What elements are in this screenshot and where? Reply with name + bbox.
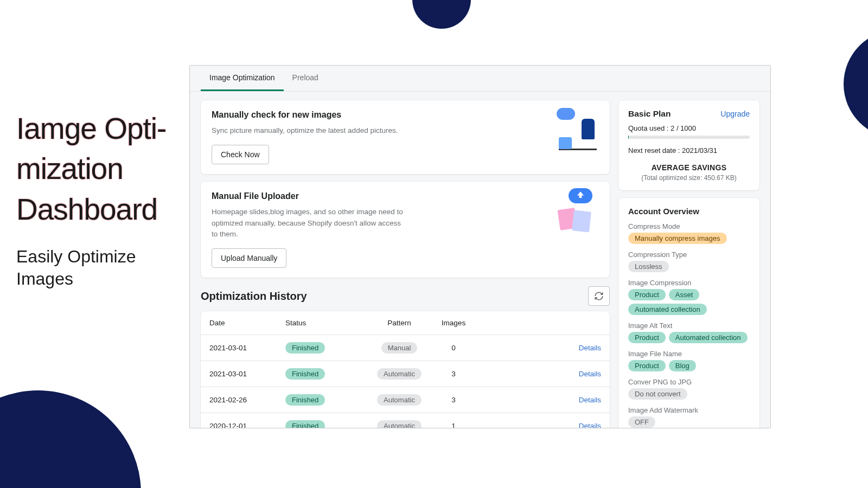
cell-images: 3 [437, 389, 470, 411]
tab-image-optimization[interactable]: Image Optimization [201, 66, 284, 91]
upload-illustration-icon [553, 189, 602, 233]
overview-tag: Do not convert [628, 388, 687, 400]
tab-preload[interactable]: Preload [284, 66, 327, 91]
details-link[interactable]: Details [579, 370, 601, 378]
decorative-circle [0, 390, 141, 488]
pattern-badge: Manual [381, 342, 418, 354]
cell-images: 1 [437, 415, 470, 428]
overview-row: Image File NameProductBlog [628, 350, 750, 371]
decorative-circle [844, 30, 868, 138]
plan-name: Basic Plan [628, 109, 671, 119]
overview-row: Compression TypeLossless [628, 251, 750, 272]
reset-date: Next reset date : 2021/03/31 [628, 146, 750, 155]
cell-date: 2021-03-01 [209, 337, 285, 359]
card-desc: Sync picture manually, optimize the late… [212, 125, 407, 136]
history-title: Optimization History [201, 290, 307, 303]
cell-pattern: Manual [361, 335, 437, 361]
col-date: Date [209, 311, 285, 335]
card-title: Manual File Uploader [212, 191, 599, 201]
hero-subtitle: Easily Optimize Images [16, 246, 184, 291]
hero-title: Iamge Opti­mization Dashboard [16, 108, 184, 229]
table-row: 2020-12-01FinishedAutomatic1Details [201, 413, 610, 428]
overview-tag: Product [628, 360, 666, 371]
overview-label: Compress Mode [628, 222, 750, 230]
details-link[interactable]: Details [579, 396, 601, 404]
sync-illustration-icon [553, 108, 602, 151]
overview-label: Image Add Watermark [628, 406, 750, 414]
upload-manually-button[interactable]: Upload Manually [212, 248, 286, 268]
card-desc: Homepage slides,blog images, and so othe… [212, 207, 407, 240]
col-images: Images [437, 311, 470, 335]
overview-tag: Blog [669, 360, 696, 371]
overview-tag: OFF [628, 416, 655, 428]
dashboard-window: Image Optimization Preload Manually chec… [189, 65, 771, 428]
history-table: Date Status Pattern Images 2021-03-01Fin… [201, 311, 610, 428]
overview-row: Image Alt TextProductAutomated collectio… [628, 322, 750, 343]
upgrade-link[interactable]: Upgrade [720, 110, 750, 118]
table-row: 2021-03-01FinishedAutomatic3Details [201, 361, 610, 387]
overview-label: Compression Type [628, 251, 750, 259]
pattern-badge: Automatic [377, 394, 422, 406]
cell-images: 0 [437, 337, 470, 359]
status-badge: Finished [285, 420, 325, 428]
account-overview-card: Account Overview Compress ModeManually c… [618, 198, 760, 428]
quota-bar [628, 136, 750, 139]
details-link[interactable]: Details [579, 422, 601, 428]
overview-row: Image Add WatermarkOFF [628, 406, 750, 428]
overview-tag: Automated collection [628, 304, 707, 315]
cell-status: Finished [285, 413, 361, 428]
check-images-card: Manually check for new images Sync pictu… [201, 100, 610, 174]
status-badge: Finished [285, 394, 325, 406]
cell-status: Finished [285, 335, 361, 361]
decorative-circle [412, 0, 471, 29]
check-now-button[interactable]: Check Now [212, 145, 269, 164]
plan-card: Basic Plan Upgrade Quota used : 2 / 1000… [618, 100, 760, 190]
avg-savings-sub: (Total optimized size: 450.67 KB) [628, 174, 750, 182]
overview-label: Image Alt Text [628, 322, 750, 330]
table-row: 2021-02-26FinishedAutomatic3Details [201, 387, 610, 413]
overview-label: Image File Name [628, 350, 750, 358]
overview-tag: Asset [669, 289, 700, 300]
overview-row: Image CompressionProductAssetAutomated c… [628, 279, 750, 315]
cell-date: 2020-12-01 [209, 415, 285, 428]
overview-tag: Product [628, 332, 666, 343]
table-header: Date Status Pattern Images [201, 311, 610, 335]
cell-status: Finished [285, 361, 361, 387]
col-status: Status [285, 311, 361, 335]
cell-pattern: Automatic [361, 413, 437, 428]
pattern-badge: Automatic [377, 368, 422, 380]
cell-date: 2021-03-01 [209, 363, 285, 385]
overview-row: Conver PNG to JPGDo not convert [628, 378, 750, 400]
overview-tag: Lossless [628, 261, 669, 272]
overview-title: Account Overview [628, 207, 750, 216]
cell-status: Finished [285, 387, 361, 413]
avg-savings-title: AVERAGE SAVINGS [628, 163, 750, 172]
overview-tag: Product [628, 289, 666, 300]
tabs: Image Optimization Preload [190, 66, 770, 92]
overview-tag: Automated collection [669, 332, 748, 343]
refresh-icon [594, 291, 604, 301]
hero-text: Iamge Opti­mization Dashboard Easily Opt… [16, 108, 184, 291]
cell-pattern: Automatic [361, 361, 437, 387]
refresh-button[interactable] [588, 286, 610, 306]
status-badge: Finished [285, 342, 325, 354]
overview-label: Conver PNG to JPG [628, 378, 750, 386]
pattern-badge: Automatic [377, 420, 422, 428]
status-badge: Finished [285, 368, 325, 380]
cell-pattern: Automatic [361, 387, 437, 413]
card-title: Manually check for new images [212, 110, 599, 120]
cell-date: 2021-02-26 [209, 389, 285, 411]
quota-label: Quota used : 2 / 1000 [628, 124, 750, 132]
overview-tag: Manually compress images [628, 233, 727, 244]
table-row: 2021-03-01FinishedManual0Details [201, 335, 610, 361]
overview-label: Image Compression [628, 279, 750, 287]
cell-images: 3 [437, 363, 470, 385]
details-link[interactable]: Details [579, 344, 601, 352]
col-pattern: Pattern [361, 311, 437, 335]
overview-row: Compress ModeManually compress images [628, 222, 750, 244]
upload-card: Manual File Uploader Homepage slides,blo… [201, 182, 610, 278]
